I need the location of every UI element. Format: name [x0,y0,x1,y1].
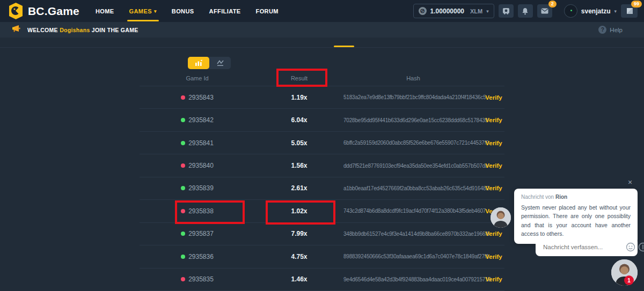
input-icons [626,242,644,252]
result-value: 1.56x [255,162,343,169]
balance-selector[interactable]: ⊘ 1.00000000 XLM ▾ [413,4,494,18]
mail-badge: 2 [548,1,557,8]
nav-item-home[interactable]: HOME [96,0,114,22]
attachment-icon[interactable] [638,242,644,252]
verify-link[interactable]: Verify [483,185,504,191]
verify-link[interactable]: Verify [483,94,504,101]
game-id-value: 2935841 [188,139,214,147]
verify-link[interactable]: Verify [483,162,504,169]
game-id-cell: 2935836 [140,253,255,260]
chat-message-card: Nachricht von Rion System never placed a… [514,189,638,244]
status-dot [181,95,185,100]
game-id-cell: 2935837 [140,230,255,237]
table-row[interactable]: 2935842 6.04x 7028be95dd95f441b633d6d296… [140,109,504,131]
col-header-hash: Hash [343,75,483,81]
table-row[interactable]: 2935836 4.75x 8988392450666c53f30afaaaea… [140,245,504,268]
notifications-button[interactable] [518,4,533,18]
verify-link[interactable]: Verify [483,276,504,282]
header-right: ⊘ 1.00000000 XLM ▾ 2 [413,4,638,18]
content-divider [0,47,644,48]
game-id-cell: 2935841 [140,139,255,147]
status-dot [181,118,185,122]
table-row[interactable]: 2935840 1.56x ddd7f521e87769103ecf94ea35… [140,154,504,177]
table-row[interactable]: 2935837 7.99x 348bb9db61527e4c9f3e4a1414… [140,223,504,245]
message-text: System never placed any bet without your… [521,203,631,238]
currency-label: XLM [470,8,482,14]
user-avatar [564,4,577,18]
game-id-value: 2935843 [188,94,214,101]
table-row[interactable]: 2935835 1.46x 9e4d6546d4e58a42d3b4f92488… [140,268,504,291]
game-id-cell: 2935835 [140,275,255,283]
chat-badge: 99 [631,1,642,8]
top-header: BC.Game HOMEGAMES▾BONUSAFFILIATEFORUM ⊘ … [0,0,644,22]
result-value: 1.46x [255,275,343,283]
status-dot [181,163,185,168]
hash-value: 7028be95dd95f441b633d6d296e0ae15cc6238dd… [343,117,483,123]
game-id-cell: 2935839 [140,184,255,192]
verify-link[interactable]: Verify [483,230,504,237]
trend-view-button[interactable] [209,57,231,69]
game-id-cell: 2935840 [140,162,255,169]
question-icon: ? [598,26,606,34]
result-value: 1.19x [255,94,343,101]
table-header-row: Game Id Result Hash [140,70,504,86]
welcome-banner: WELCOME Dogishans JOIN THE GAME ? Help [0,22,644,38]
megaphone-icon [11,25,20,35]
result-value: 1.02x [255,207,343,215]
verify-link[interactable]: Verify [483,253,504,260]
game-id-cell: 2935843 [140,94,255,101]
result-value: 7.99x [255,230,343,237]
close-icon[interactable]: × [628,178,632,186]
verify-link[interactable]: Verify [483,117,504,123]
verify-link[interactable]: Verify [483,140,504,146]
profile-menu[interactable]: svenjatzu ▾ [564,4,617,18]
vault-button[interactable] [499,4,514,18]
col-header-result: Result [255,75,343,81]
emoji-icon[interactable] [626,242,635,252]
chevron-down-icon: ▾ [486,9,489,14]
nav-item-affiliate[interactable]: AFFILIATE [209,0,241,22]
game-history-table: Game Id Result Hash 2935843 1.19x 5183a2… [140,70,504,291]
chevron-down-icon: ▾ [614,9,617,14]
hash-value: 348bb9db61527e4c9f3e4a1414d9b8ba66ce8970… [343,231,483,237]
balance-amount: 1.00000000 [430,8,464,15]
help-button[interactable]: ? Help [598,26,623,34]
sender-name: Rion [555,194,567,200]
col-header-game-id: Game Id [140,75,255,81]
message-meta: Nachricht von Rion [521,194,631,200]
active-tab-indicator [334,46,354,47]
hash-value: 743c2d874b6d8a8dcdf9fc19acf4d70f74f12a38… [343,208,483,214]
nav-item-forum[interactable]: FORUM [256,0,279,22]
game-id-value: 2935835 [188,275,214,283]
game-id-value: 2935840 [188,162,214,169]
game-id-value: 2935842 [188,116,214,124]
table-row[interactable]: 2935839 2.61x a1bb0eaaf17ed4527669f2a0bb… [140,177,504,200]
bc-game-logo[interactable]: BC.Game [9,3,79,19]
hash-value: 5183a2ea7e9d8e13fb79bbf21bc9ffc804dada4a… [343,94,483,100]
table-body: 2935843 1.19x 5183a2ea7e9d8e13fb79bbf21b… [140,86,504,291]
game-id-value: 2935839 [188,184,214,192]
vault-icon [502,8,510,14]
table-view-button[interactable] [188,57,209,69]
table-row[interactable]: 2935838 1.02x 743c2d874b6d8a8dcdf9fc19ac… [140,200,504,222]
envelope-icon [541,8,548,14]
chat-toggle-button[interactable]: 99 [621,4,638,18]
main-nav: HOMEGAMES▾BONUSAFFILIATEFORUM [96,0,279,22]
table-row[interactable]: 2935841 5.05x 6bffc2a59159d2060d0abc85f5… [140,132,504,154]
nav-item-games[interactable]: GAMES▾ [129,0,157,22]
game-id-value: 2935837 [188,230,214,237]
status-dot [181,141,185,145]
table-row[interactable]: 2935843 1.19x 5183a2ea7e9d8e13fb79bbf21b… [140,86,504,109]
result-value: 4.75x [255,253,343,260]
xlm-coin-icon: ⊘ [419,7,427,15]
nav-item-bonus[interactable]: BONUS [172,0,194,22]
hash-value: 6bffc2a59159d2060d0abc85f526e6be676e5590… [343,140,483,146]
chat-message-input[interactable] [543,244,626,250]
chevron-down-icon: ▾ [154,9,157,14]
bell-icon [522,8,529,15]
result-value: 6.04x [255,116,343,124]
messages-button[interactable]: 2 [537,4,552,18]
welcome-username: Dogishans [60,27,90,33]
status-dot [181,232,185,236]
hash-value: 8988392450666c53f30afaaaea69c1d6a7c0407e… [343,253,483,259]
